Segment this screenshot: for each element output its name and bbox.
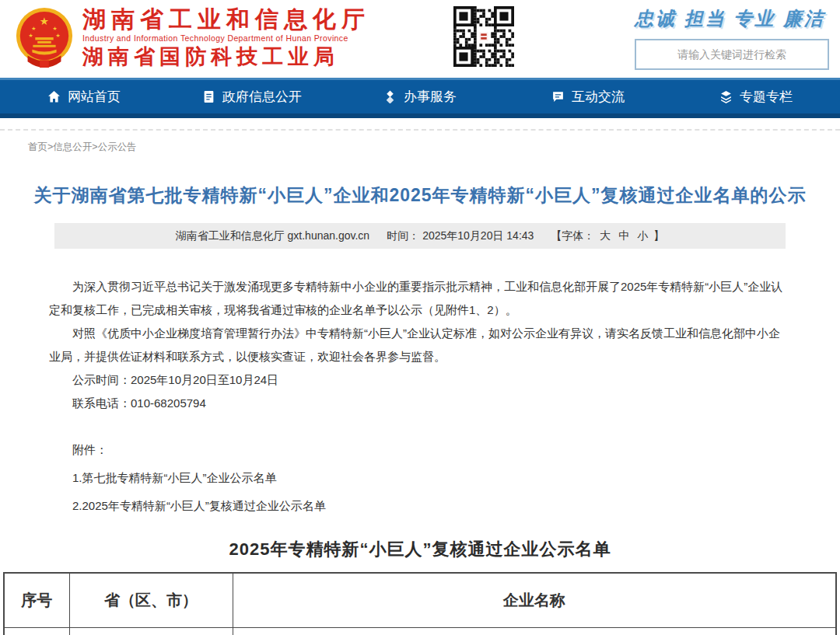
national-emblem-logo: ★ ★ ★ ★ ★	[14, 5, 75, 73]
font-size-label-close: 】	[653, 229, 664, 243]
home-icon	[47, 90, 61, 103]
article-body: 为深入贯彻习近平总书记关于激发涌现更多专精特新中小企业的重要指示批示精神，工业和…	[49, 275, 791, 518]
nav-item-interaction[interactable]: 互动交流	[504, 88, 672, 106]
cell-index: 36	[4, 627, 69, 635]
breadcrumb-item-info[interactable]: 信息公开	[53, 141, 92, 152]
qr-code	[453, 6, 514, 67]
article-publicity-period: 公示时间：2025年10月20日至10月24日	[49, 368, 791, 392]
article-time: 2025年10月20日 14:43	[422, 229, 534, 243]
search-box	[635, 39, 829, 70]
slogan-text: 忠诚 担当 专业 廉洁	[635, 6, 829, 31]
search-input[interactable]	[644, 48, 820, 61]
nav-item-label: 网站首页	[68, 88, 121, 106]
font-size-small-button[interactable]: 小	[635, 229, 650, 243]
org-title-block: 湖南省工业和信息化厅 Industry and Information Tech…	[82, 6, 370, 70]
layers-icon	[719, 90, 733, 103]
cell-company: 湖南新威凌新材料有限公司	[233, 627, 836, 635]
column-header-index: 序号	[4, 573, 69, 627]
table-header-row: 序号 省（区、市） 企业名称	[4, 573, 836, 627]
attachments-label: 附件：	[49, 438, 791, 462]
svg-text:★: ★	[55, 33, 60, 38]
org-title-english: Industry and Information Technology Depa…	[82, 33, 370, 44]
org-title: 湖南省工业和信息化厅	[82, 6, 370, 33]
cell-province: 湖南省	[69, 627, 233, 635]
breadcrumb: 首页>信息公开>公示公告	[0, 129, 840, 154]
font-size-large-button[interactable]: 大	[597, 229, 613, 243]
article-paragraph: 为深入贯彻习近平总书记关于激发涌现更多专精特新中小企业的重要指示批示精神，工业和…	[49, 275, 791, 322]
nav-item-label: 互动交流	[572, 88, 625, 106]
svg-text:★: ★	[40, 16, 49, 27]
nav-item-home[interactable]: 网站首页	[0, 88, 168, 106]
article-meta-bar: 湖南省工业和信息化厅 gxt.hunan.gov.cn 时间：2025年10月2…	[54, 223, 786, 249]
nav-item-services[interactable]: 办事服务	[336, 88, 504, 106]
attachment-item-2: 2.2025年专精特新“小巨人”复核通过企业公示名单	[49, 494, 791, 518]
org-title-secondary: 湖南省国防科技工业局	[82, 44, 370, 70]
site-header: ★ ★ ★ ★ ★ 湖南省工业和信息化厅 Industry and Inform…	[0, 0, 840, 78]
table-title: 2025年专精特新“小巨人”复核通过企业公示名单	[0, 538, 840, 561]
breadcrumb-item-home[interactable]: 首页	[28, 141, 47, 152]
svg-text:★: ★	[53, 26, 58, 31]
article-time-label: 时间：	[387, 229, 419, 243]
column-header-province: 省（区、市）	[69, 573, 233, 627]
company-table: 序号 省（区、市） 企业名称 36 湖南省 湖南新威凌新材料有限公司	[3, 572, 837, 635]
font-size-medium-button[interactable]: 中	[616, 229, 632, 243]
chat-icon	[551, 90, 565, 103]
article-source: 湖南省工业和信息化厅 gxt.hunan.gov.cn	[176, 229, 369, 243]
article-paragraph: 对照《优质中小企业梯度培育管理暂行办法》中专精特新“小巨人”企业认定标准，如对公…	[49, 322, 791, 368]
table-wrap: 序号 省（区、市） 企业名称 36 湖南省 湖南新威凌新材料有限公司	[0, 572, 840, 635]
article-title: 关于湖南省第七批专精特新“小巨人”企业和2025年专精特新“小巨人”复核通过企业…	[27, 183, 813, 208]
breadcrumb-separator: >	[92, 141, 97, 152]
article: 关于湖南省第七批专精特新“小巨人”企业和2025年专精特新“小巨人”复核通过企业…	[0, 183, 840, 518]
breadcrumb-item-notice[interactable]: 公示公告	[98, 141, 137, 152]
nav-item-gov-info[interactable]: 政府信息公开	[168, 88, 336, 106]
main-nav: 网站首页 政府信息公开 办事服务 互动交流 专题专栏	[0, 78, 840, 118]
service-icon	[383, 90, 397, 103]
article-contact-phone: 联系电话：010-68205794	[49, 392, 791, 415]
svg-text:★: ★	[28, 33, 33, 38]
attachment-item-1: 1.第七批专精特新“小巨人”企业公示名单	[49, 466, 791, 490]
table-row: 36 湖南省 湖南新威凌新材料有限公司	[4, 627, 836, 635]
nav-item-label: 办事服务	[404, 88, 457, 106]
nav-item-special-topics[interactable]: 专题专栏	[672, 88, 840, 106]
nav-item-label: 政府信息公开	[222, 88, 302, 106]
svg-text:★: ★	[31, 26, 36, 31]
column-header-company: 企业名称	[233, 573, 836, 627]
nav-item-label: 专题专栏	[740, 88, 793, 106]
font-size-label: 【字体：	[551, 229, 594, 243]
document-icon	[202, 90, 215, 103]
